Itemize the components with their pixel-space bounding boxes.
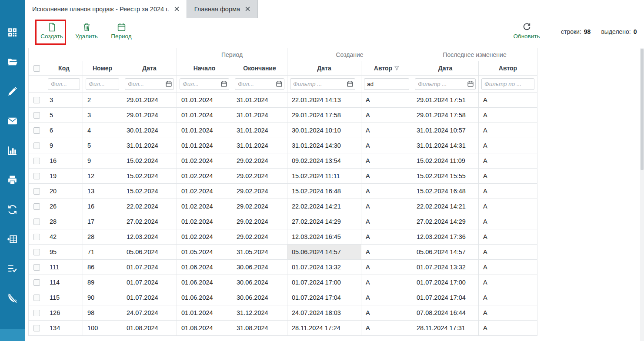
tab-main-form[interactable]: Главная форма	[187, 0, 258, 18]
table-cell[interactable]: 27.02.2024 14:29	[412, 214, 479, 229]
table-cell[interactable]: A	[361, 184, 412, 199]
table-cell[interactable]: 05.06.2024	[122, 245, 177, 260]
column-header-start[interactable]: Начало	[177, 61, 232, 76]
table-cell[interactable]: 01.06.2024	[177, 290, 232, 305]
table-cell[interactable]: A	[361, 290, 412, 305]
table-row[interactable]: 1159001.07.202401.06.202430.06.202401.07…	[29, 290, 537, 305]
row-checkbox[interactable]	[33, 310, 40, 316]
table-cell[interactable]: 19	[45, 169, 83, 184]
table-cell[interactable]: 5	[83, 138, 122, 153]
table-row[interactable]: 1148901.07.202401.06.202430.06.202401.07…	[29, 275, 537, 290]
table-row[interactable]: 261622.02.202401.02.202429.02.202422.02.…	[29, 199, 537, 214]
row-checkbox[interactable]	[33, 173, 40, 179]
table-cell[interactable]: 29.01.2024 17:58	[287, 108, 361, 123]
table-cell[interactable]: 01.07.2024	[122, 260, 177, 275]
table-row[interactable]: 957105.06.202401.05.202431.05.202405.06.…	[29, 245, 537, 260]
table-cell[interactable]: 9	[83, 153, 122, 169]
table-cell[interactable]: A	[479, 290, 537, 305]
table-cell[interactable]: 01.07.2024 13:32	[287, 260, 361, 275]
table-cell[interactable]: 29.01.2024 17:51	[412, 93, 479, 108]
table-cell[interactable]: 26	[45, 199, 83, 214]
row-checkbox[interactable]	[33, 249, 40, 255]
table-cell[interactable]: 01.08.2024	[177, 321, 232, 336]
table-cell[interactable]: 28.11.2024 17:24	[287, 321, 361, 336]
bar-chart-icon[interactable]	[7, 145, 18, 156]
column-header-end[interactable]: Окончание	[232, 61, 287, 76]
table-cell[interactable]: A	[361, 214, 412, 229]
calendar-picker-icon[interactable]	[467, 81, 474, 87]
delete-button[interactable]: Удалить	[73, 21, 100, 40]
table-cell[interactable]: 01.06.2024	[177, 275, 232, 290]
table-cell[interactable]: 31.01.2024	[232, 93, 287, 108]
table-cell[interactable]: A	[361, 275, 412, 290]
create-button[interactable]: Создать	[38, 21, 66, 40]
table-cell[interactable]: 31.01.2024	[232, 123, 287, 138]
table-cell[interactable]: 01.01.2024	[177, 138, 232, 153]
qr-code-icon[interactable]	[7, 27, 18, 38]
calendar-picker-icon[interactable]	[221, 81, 227, 87]
table-cell[interactable]: 05.06.2024 14:57	[287, 245, 361, 260]
table-row[interactable]: 5329.01.202401.01.202431.01.202429.01.20…	[29, 108, 537, 123]
tab-close-icon[interactable]	[245, 7, 250, 11]
table-cell[interactable]: 01.05.2024	[177, 245, 232, 260]
table-row[interactable]: 3229.01.202401.01.202431.01.202422.01.20…	[29, 93, 537, 108]
table-cell[interactable]: 31.01.2024 14:31	[412, 138, 479, 153]
table-cell[interactable]: A	[479, 153, 537, 169]
table-cell[interactable]: A	[361, 305, 412, 321]
table-cell[interactable]: 15.02.2024 11:09	[412, 153, 479, 169]
table-cell[interactable]: 29.01.2024 17:58	[412, 108, 479, 123]
table-cell[interactable]: 15.02.2024	[122, 184, 177, 199]
period-button[interactable]: Период	[107, 21, 135, 40]
table-cell[interactable]: 24.07.2024	[122, 305, 177, 321]
table-cell[interactable]: 4	[83, 123, 122, 138]
table-cell[interactable]: 01.01.2024	[177, 123, 232, 138]
tab-close-icon[interactable]	[174, 7, 179, 11]
table-cell[interactable]: A	[361, 108, 412, 123]
table-cell[interactable]: 01.02.2024	[177, 153, 232, 169]
table-cell[interactable]: 2	[83, 93, 122, 108]
table-cell[interactable]: 134	[45, 321, 83, 336]
row-checkbox[interactable]	[33, 127, 40, 134]
table-cell[interactable]: A	[361, 153, 412, 169]
table-cell[interactable]: 31.12.2024	[232, 305, 287, 321]
table-cell[interactable]: 12.03.2024 17:36	[412, 229, 479, 245]
table-cell[interactable]: 28	[45, 214, 83, 229]
table-cell[interactable]: 3	[45, 93, 83, 108]
table-cell[interactable]: 29.01.2024	[122, 108, 177, 123]
table-cell[interactable]: 29.02.2024	[232, 169, 287, 184]
checklist-icon[interactable]	[7, 263, 18, 274]
table-cell[interactable]: 5	[45, 108, 83, 123]
table-cell[interactable]: A	[361, 229, 412, 245]
table-cell[interactable]: 30.06.2024	[232, 260, 287, 275]
table-cell[interactable]: 15.02.2024 16:48	[412, 184, 479, 199]
table-cell[interactable]: 22.01.2024 14:13	[287, 93, 361, 108]
table-cell[interactable]: 31.01.2024	[232, 108, 287, 123]
table-cell[interactable]: 15.02.2024	[122, 153, 177, 169]
table-cell[interactable]: 6	[45, 123, 83, 138]
table-cell[interactable]: 22.02.2024 14:21	[287, 199, 361, 214]
table-cell[interactable]: A	[479, 199, 537, 214]
table-row[interactable]: 13410001.08.202401.08.202431.08.202428.1…	[29, 321, 537, 336]
table-cell[interactable]: 90	[83, 290, 122, 305]
table-cell[interactable]: 20	[45, 184, 83, 199]
table-cell[interactable]: 100	[83, 321, 122, 336]
column-header-change-author[interactable]: Автор	[479, 61, 537, 76]
table-cell[interactable]: A	[479, 275, 537, 290]
table-cell[interactable]: 01.02.2024	[177, 229, 232, 245]
table-cell[interactable]: 07.08.2024 16:44	[412, 305, 479, 321]
table-cell[interactable]: A	[479, 184, 537, 199]
table-cell[interactable]: 95	[45, 245, 83, 260]
table-cell[interactable]: 126	[45, 305, 83, 321]
table-cell[interactable]: A	[479, 138, 537, 153]
table-cell[interactable]: 30.06.2024	[232, 275, 287, 290]
row-checkbox[interactable]	[33, 158, 40, 164]
table-cell[interactable]: 29.01.2024	[122, 93, 177, 108]
table-cell[interactable]: 01.07.2024 13:32	[412, 260, 479, 275]
filter-input-code[interactable]	[48, 78, 80, 90]
table-cell[interactable]: 01.01.2024	[177, 305, 232, 321]
table-cell[interactable]: 24.07.2024 18:03	[287, 305, 361, 321]
table-cell[interactable]: 30.01.2024	[122, 123, 177, 138]
table-cell[interactable]: A	[479, 214, 537, 229]
column-header-creation-author[interactable]: Автор	[361, 61, 412, 76]
table-row[interactable]: 422812.03.202401.02.202429.02.202412.03.…	[29, 229, 537, 245]
